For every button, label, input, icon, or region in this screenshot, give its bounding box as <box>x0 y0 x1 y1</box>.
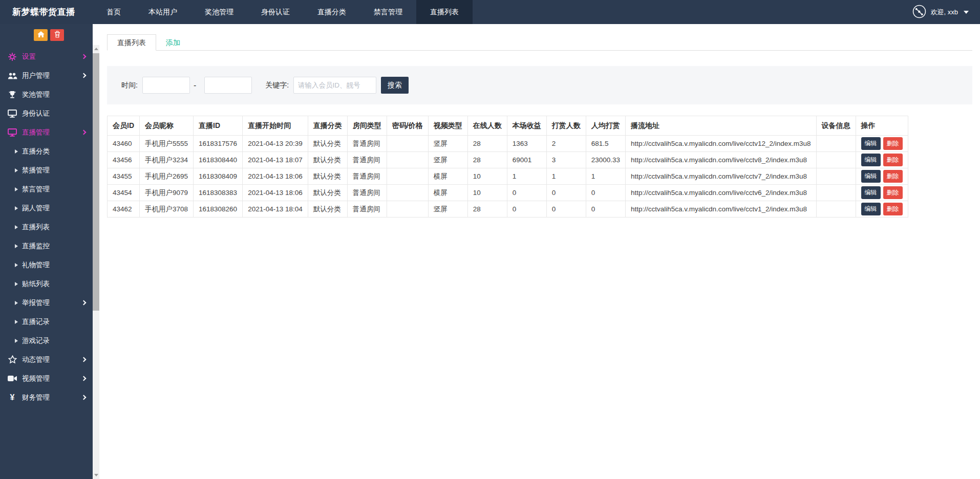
edit-button[interactable]: 编辑 <box>861 154 881 166</box>
top-nav-user-area[interactable]: 欢迎, xxb <box>912 0 980 24</box>
edit-button[interactable]: 编辑 <box>861 203 881 215</box>
sidebar-subitem[interactable]: 直播记录 <box>0 312 93 331</box>
sidebar-item[interactable]: 用户管理 <box>0 66 93 85</box>
tab-live-list[interactable]: 直播列表 <box>107 34 156 51</box>
table-cell: 43456 <box>108 152 140 168</box>
table-cell: 竖屏 <box>428 152 467 168</box>
table-cell: 23000.33 <box>586 152 625 168</box>
chevron-right-icon <box>81 376 87 381</box>
edit-button[interactable]: 编辑 <box>861 170 881 183</box>
table-cell: 2021-04-13 18:04 <box>243 201 308 217</box>
table-cell: 竖屏 <box>428 136 467 152</box>
sidebar-subitem[interactable]: 直播分类 <box>0 142 93 161</box>
chevron-down-icon <box>964 11 969 14</box>
filter-bar: 时间: - 关键字: 搜索 <box>107 66 972 104</box>
sidebar-item-label: 举报管理 <box>22 298 50 308</box>
sidebar-item[interactable]: 奖池管理 <box>0 85 93 104</box>
sidebar-scrollbar[interactable] <box>93 45 99 479</box>
submenu-arrow-icon <box>15 225 18 229</box>
table-cell: 28 <box>467 201 507 217</box>
table-cell: 1618317576 <box>194 136 243 152</box>
sidebar-subitem[interactable]: 直播监控 <box>0 236 93 255</box>
sidebar-subitem[interactable]: 直播列表 <box>0 217 93 236</box>
delete-button[interactable]: 删除 <box>883 186 903 199</box>
table-row: 43462手机用户370816183082602021-04-13 18:04默… <box>108 201 908 217</box>
delete-button[interactable]: 删除 <box>883 203 903 215</box>
actions-cell: 编辑删除 <box>856 168 908 185</box>
sidebar-item[interactable]: 直播管理 <box>0 123 93 142</box>
sidebar-item-label: 直播管理 <box>22 128 50 137</box>
column-header: 会员昵称 <box>140 116 194 136</box>
time-separator: - <box>194 81 196 90</box>
sidebar: 设置用户管理奖池管理身份认证直播管理直播分类禁播管理禁言管理踢人管理直播列表直播… <box>0 24 93 479</box>
column-header: 直播分类 <box>308 116 347 136</box>
column-header: 房间类型 <box>347 116 387 136</box>
scrollbar-up-button[interactable] <box>93 45 99 53</box>
table-cell: 10 <box>467 185 507 201</box>
trash-button[interactable] <box>50 29 64 41</box>
trophy-icon <box>7 91 18 99</box>
table-cell: 1 <box>586 168 625 185</box>
sidebar-item-label: 动态管理 <box>22 355 50 364</box>
search-button[interactable]: 搜索 <box>381 77 409 94</box>
sidebar-item[interactable]: 动态管理 <box>0 350 93 369</box>
monitor-icon <box>7 110 18 118</box>
sidebar-item[interactable]: ¥财务管理 <box>0 388 93 407</box>
nav-item[interactable]: 身份认证 <box>247 0 304 24</box>
nav-item[interactable]: 奖池管理 <box>191 0 247 24</box>
keyword-input[interactable] <box>293 77 376 94</box>
table-cell: 28 <box>467 136 507 152</box>
delete-button[interactable]: 删除 <box>883 137 903 150</box>
edit-button[interactable]: 编辑 <box>861 186 881 199</box>
delete-button[interactable]: 删除 <box>883 154 903 166</box>
camera-icon <box>7 375 18 382</box>
table-cell <box>387 136 428 152</box>
sidebar-subitem[interactable]: 禁言管理 <box>0 180 93 199</box>
edit-button[interactable]: 编辑 <box>861 137 881 150</box>
scrollbar-down-button[interactable] <box>93 471 99 479</box>
column-header: 会员ID <box>108 116 140 136</box>
nav-item[interactable]: 首页 <box>93 0 135 24</box>
sidebar-item[interactable]: 视频管理 <box>0 369 93 388</box>
sidebar-subitem[interactable]: 礼物管理 <box>0 255 93 274</box>
sidebar-item[interactable]: 设置 <box>0 47 93 66</box>
nav-item[interactable]: 禁言管理 <box>360 0 416 24</box>
table-cell: 默认分类 <box>308 152 347 168</box>
sidebar-subitem[interactable]: 踢人管理 <box>0 199 93 217</box>
sidebar-subitem[interactable]: 贴纸列表 <box>0 274 93 293</box>
table-cell: 默认分类 <box>308 168 347 185</box>
table-cell: 0 <box>507 185 546 201</box>
brand-title[interactable]: 新梦蝶带货直播 <box>0 0 93 24</box>
sidebar-item-label: 设置 <box>22 52 36 61</box>
time-end-input[interactable] <box>204 77 252 94</box>
nav-item[interactable]: 本站用户 <box>135 0 191 24</box>
table-cell: 1 <box>546 168 586 185</box>
actions-cell: 编辑删除 <box>856 185 908 201</box>
sidebar-subitem[interactable]: 禁播管理 <box>0 161 93 180</box>
scrollbar-thumb[interactable] <box>93 53 99 311</box>
sidebar-item[interactable]: 身份认证 <box>0 104 93 123</box>
time-label: 时间: <box>121 81 138 90</box>
time-start-input[interactable] <box>142 77 190 94</box>
top-nav: 新梦蝶带货直播 首页本站用户奖池管理身份认证直播分类禁言管理直播列表 欢迎, x… <box>0 0 980 24</box>
chevron-right-icon <box>81 130 87 135</box>
chevron-right-icon <box>81 357 87 362</box>
sidebar-item-label: 用户管理 <box>22 71 50 80</box>
home-button[interactable] <box>34 29 48 41</box>
nav-item[interactable]: 直播列表 <box>416 0 473 24</box>
column-header: 直播开始时间 <box>243 116 308 136</box>
chevron-right-icon <box>81 300 87 306</box>
tab-add[interactable]: 添加 <box>156 35 190 50</box>
table-cell: 28 <box>467 152 507 168</box>
table-cell: 普通房间 <box>347 185 387 201</box>
delete-button[interactable]: 删除 <box>883 170 903 183</box>
column-header: 操作 <box>856 116 908 136</box>
sidebar-subitem[interactable]: 举报管理 <box>0 293 93 312</box>
table-cell: http://cctvalih5ca.v.myalicdn.com/live/c… <box>625 168 816 185</box>
nav-item[interactable]: 直播分类 <box>304 0 360 24</box>
sidebar-subitem[interactable]: 游戏记录 <box>0 331 93 350</box>
submenu-arrow-icon <box>15 187 18 191</box>
table-cell: 默认分类 <box>308 201 347 217</box>
live-list-table: 会员ID会员昵称直播ID直播开始时间直播分类房间类型密码/价格视频类型在线人数本… <box>107 116 908 217</box>
table-cell: 1618308440 <box>194 152 243 168</box>
